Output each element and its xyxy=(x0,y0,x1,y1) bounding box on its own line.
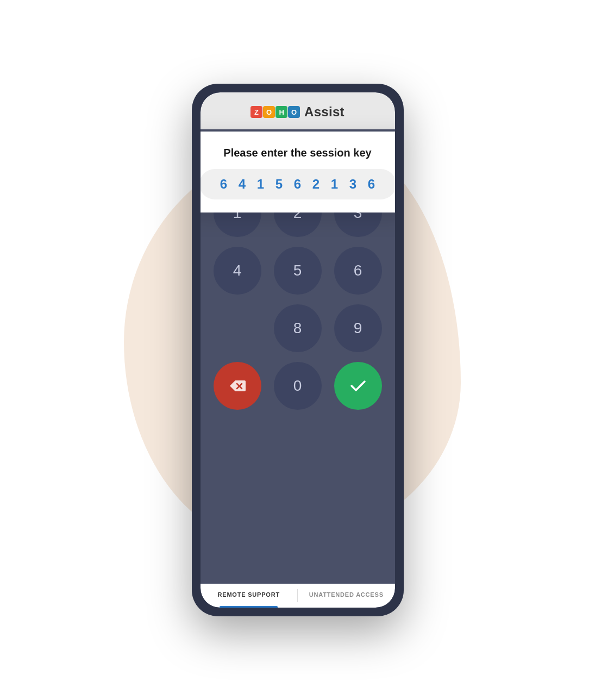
session-digit-7: 1 xyxy=(330,177,340,192)
scene: Z O H O Assist Please enter the session … xyxy=(108,51,488,649)
session-digit-9: 6 xyxy=(367,177,377,192)
logo-letter-o1: O xyxy=(263,106,275,118)
key-9[interactable]: 9 xyxy=(334,304,382,352)
logo-text: Assist xyxy=(304,104,345,120)
key-5[interactable]: 5 xyxy=(274,247,322,295)
session-digit-1: 6 xyxy=(219,177,229,192)
session-digit-6: 2 xyxy=(311,177,321,192)
session-digit-2: 4 xyxy=(237,177,247,192)
keypad-row-2: 4 5 6 xyxy=(214,247,382,295)
logo-letter-h: H xyxy=(275,106,287,118)
session-popup-title: Please enter the session key xyxy=(201,147,395,159)
tab-remote-support[interactable]: REMOTE SUPPORT xyxy=(201,584,298,608)
session-digit-3: 1 xyxy=(256,177,266,192)
phone-shell: Z O H O Assist Please enter the session … xyxy=(192,84,404,616)
keypad-row-4: 0 xyxy=(214,362,382,410)
tab-unattended-access[interactable]: UNATTENDED ACCESS xyxy=(298,584,395,608)
session-digit-4: 5 xyxy=(274,177,284,192)
session-key-display: 6 4 1 5 6 2 1 3 6 xyxy=(201,169,395,199)
key-6[interactable]: 6 xyxy=(334,247,382,295)
backspace-icon xyxy=(229,380,246,392)
key-0[interactable]: 0 xyxy=(274,362,322,410)
checkmark-icon xyxy=(350,379,366,392)
logo-letter-z: Z xyxy=(250,106,262,118)
bottom-tabs: REMOTE SUPPORT UNATTENDED ACCESS xyxy=(201,584,395,608)
logo-letter-o2: O xyxy=(288,106,300,118)
keypad-row-3: 8 9 xyxy=(214,304,382,352)
top-bar: Z O H O Assist xyxy=(201,92,395,129)
session-digit-8: 3 xyxy=(348,177,358,192)
delete-button[interactable] xyxy=(214,362,261,410)
key-8[interactable]: 8 xyxy=(274,304,322,352)
logo-container: Z O H O Assist xyxy=(250,104,345,120)
phone-screen: Z O H O Assist Please enter the session … xyxy=(201,92,395,608)
zoho-logo: Z O H O xyxy=(250,106,300,118)
confirm-button[interactable] xyxy=(334,362,382,410)
session-popup: Please enter the session key 6 4 1 5 6 2… xyxy=(201,132,395,212)
session-digit-5: 6 xyxy=(293,177,303,192)
key-4[interactable]: 4 xyxy=(214,247,261,295)
